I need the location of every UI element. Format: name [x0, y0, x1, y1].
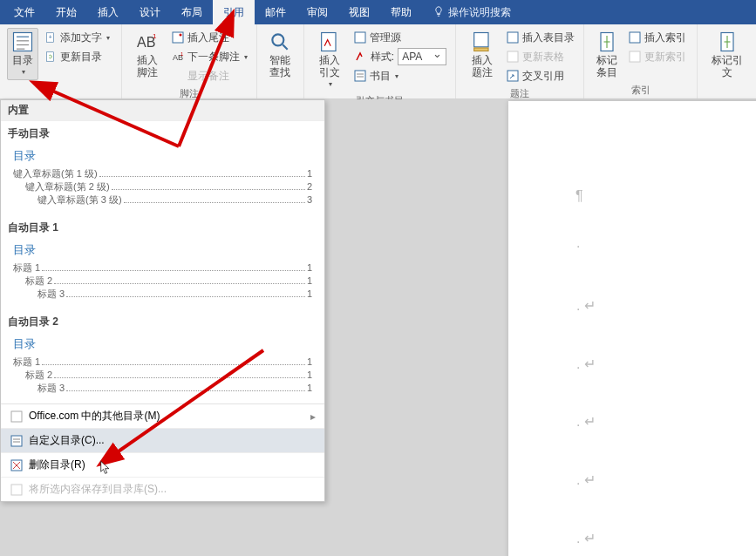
update-table-label: 更新表格 [522, 50, 564, 64]
svg-rect-7 [46, 52, 53, 62]
remove-toc-label: 删除目录(R) [29, 458, 316, 472]
gallery-item-auto-toc-1[interactable]: 自动目录 1 目录 标题 11 标题 21 标题 31 [1, 215, 324, 309]
group-label-footnotes: 脚注 [129, 87, 249, 100]
document-area[interactable]: ¶ . . ↵ . ↵ . ↵ . ↵ . ↵ [325, 99, 756, 556]
auto-toc-1-preview: 目录 标题 11 标题 21 标题 31 [1, 239, 324, 309]
tab-design[interactable]: 设计 [129, 0, 171, 24]
update-index-button[interactable]: 更新索引 [626, 47, 688, 66]
tab-view[interactable]: 视图 [338, 0, 380, 24]
cross-reference-button[interactable]: 交叉引用 [504, 66, 576, 85]
next-footnote-icon: AB1 [171, 50, 185, 64]
update-table-button[interactable]: 更新表格 [504, 47, 576, 66]
chevron-down-icon: ▾ [106, 34, 110, 42]
bibliography-button[interactable]: 书目▾ [351, 66, 448, 85]
gallery-section-builtin: 内置 [1, 100, 324, 121]
insert-footnote-label: 插入脚注 [133, 54, 162, 78]
toc-icon [10, 30, 35, 54]
smart-lookup-label: 智能 查找 [269, 54, 290, 78]
tell-me-label: 操作说明搜索 [448, 5, 511, 20]
tab-help[interactable]: 帮助 [380, 0, 422, 24]
tab-review[interactable]: 审阅 [296, 0, 338, 24]
insert-caption-button[interactable]: 插入题注 [463, 28, 501, 80]
search-icon [268, 30, 292, 54]
toc-button[interactable]: 目录▾ [7, 28, 38, 80]
manual-toc-label: 手动目录 [1, 121, 324, 145]
tab-home[interactable]: 开始 [45, 0, 87, 24]
paragraph-mark-icon: . ↵ [576, 297, 596, 314]
tab-layout[interactable]: 布局 [171, 0, 213, 24]
update-index-label: 更新索引 [644, 50, 686, 64]
gallery-item-auto-toc-2[interactable]: 自动目录 2 目录 标题 11 标题 21 标题 31 [1, 309, 324, 403]
svg-rect-0 [14, 33, 32, 51]
svg-rect-17 [355, 32, 365, 43]
mark-citation-label: 标记引文 [708, 54, 746, 78]
insert-tof-button[interactable]: 插入表目录 [504, 28, 576, 47]
manage-sources-button[interactable]: 管理源 [351, 28, 448, 47]
citation-style-row: 样式: APA [351, 47, 448, 66]
custom-toc-button[interactable]: 自定义目录(C)... [1, 428, 324, 452]
auto-toc-2-preview: 目录 标题 11 标题 21 标题 31 [1, 333, 324, 403]
group-captions: 插入题注 插入表目录 更新表格 交叉引用 题注 [456, 24, 584, 98]
insert-endnote-label: 插入尾注 [187, 31, 229, 45]
svg-rect-21 [473, 33, 487, 47]
paragraph-mark-icon: . ↵ [576, 530, 596, 546]
svg-rect-30 [630, 51, 640, 62]
svg-rect-34 [11, 411, 22, 422]
update-toc-button[interactable]: 更新目录 [42, 47, 112, 66]
cross-ref-icon [506, 69, 520, 83]
gallery-item-manual-toc[interactable]: 手动目录 目录 键入章标题(第 1 级)1 键入章标题(第 2 级)2 键入章标… [1, 121, 324, 215]
tell-me-search[interactable]: 操作说明搜索 [422, 5, 521, 20]
chevron-down-icon: ▾ [22, 66, 25, 78]
insert-citation-label: 插入引文 [315, 54, 344, 78]
insert-endnote-button[interactable]: 插入尾注 [169, 28, 249, 47]
citation-style-select[interactable]: APA [398, 48, 446, 65]
next-footnote-label: 下一条脚注 [187, 50, 240, 64]
toc-gallery-dropdown[interactable]: 内置 手动目录 目录 键入章标题(第 1 级)1 键入章标题(第 2 级)2 键… [0, 99, 325, 502]
insert-caption-label: 插入题注 [467, 54, 497, 78]
tab-mailings[interactable]: 邮件 [255, 0, 296, 24]
next-footnote-button[interactable]: AB1 下一条脚注▾ [169, 47, 249, 66]
svg-line-15 [283, 44, 287, 49]
smart-lookup-button[interactable]: 智能 查找 [264, 28, 296, 80]
chevron-down-icon: ▾ [395, 72, 398, 80]
auto-toc-1-label: 自动目录 1 [1, 215, 324, 239]
add-text-label: 添加文字 [60, 31, 102, 45]
mark-citation-button[interactable]: 标记引文 [705, 28, 749, 80]
insert-footnote-button[interactable]: AB1 插入脚注 [129, 28, 166, 80]
group-toa: 标记引文 [698, 24, 756, 98]
update-index-icon [628, 50, 642, 64]
insert-tof-label: 插入表目录 [522, 31, 575, 45]
bibliography-icon [353, 69, 367, 83]
chevron-down-icon: ▾ [329, 78, 332, 91]
mark-entry-button[interactable]: 标记 条目 [591, 28, 623, 80]
insert-index-button[interactable]: 插入索引 [626, 28, 688, 47]
tab-references[interactable]: 引用 [213, 0, 255, 24]
show-notes-button[interactable]: 显示备注 [169, 66, 249, 85]
svg-rect-29 [630, 32, 640, 43]
office-icon [10, 410, 24, 424]
more-toc-office-button[interactable]: Office.com 中的其他目录(M) ▸ [1, 403, 324, 428]
paragraph-mark-icon: . ↵ [576, 413, 596, 430]
group-label-toc [7, 86, 114, 97]
group-label-captions: 题注 [463, 87, 576, 100]
manage-sources-label: 管理源 [370, 31, 401, 45]
auto-toc-2-label: 自动目录 2 [1, 309, 324, 333]
plus-doc-icon: + [44, 31, 58, 44]
insert-citation-button[interactable]: 插入引文▾ [311, 28, 348, 92]
mark-entry-icon [595, 30, 619, 54]
svg-text:1: 1 [180, 51, 184, 57]
tab-insert[interactable]: 插入 [87, 0, 129, 24]
style-icon [353, 50, 367, 64]
tab-file[interactable]: 文件 [3, 0, 45, 24]
remove-toc-button[interactable]: 删除目录(R) [1, 452, 324, 477]
page[interactable]: ¶ . . ↵ . ↵ . ↵ . ↵ . ↵ [508, 101, 756, 556]
group-index: 标记 条目 插入索引 更新索引 索引 [584, 24, 698, 98]
toc-button-label: 目录 [12, 54, 33, 66]
svg-point-11 [180, 34, 182, 37]
add-text-button[interactable]: + 添加文字▾ [42, 28, 112, 47]
group-footnotes: AB1 插入脚注 插入尾注 AB1 下一条脚注▾ 显示备注 脚注 [122, 24, 257, 98]
bibliography-label: 书目 [370, 69, 391, 84]
show-notes-icon [171, 69, 185, 83]
manual-toc-preview: 目录 键入章标题(第 1 级)1 键入章标题(第 2 级)2 键入章标题(第 3… [1, 145, 324, 215]
save-selection-toc-button[interactable]: 将所选内容保存到目录库(S)... [1, 477, 324, 501]
